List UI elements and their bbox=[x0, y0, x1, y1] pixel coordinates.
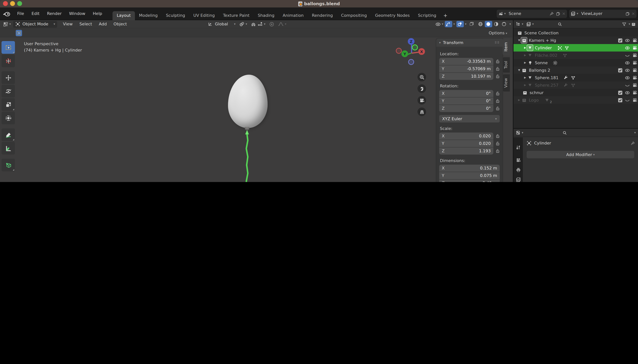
close-window-button[interactable] bbox=[3, 1, 8, 6]
add-modifier-button[interactable]: Add Modifier▾ bbox=[527, 151, 634, 158]
outliner-row-scene-collection[interactable]: Scene Collection bbox=[514, 29, 638, 36]
viewlayer-selector[interactable]: ▾ ViewLayer × bbox=[569, 10, 636, 18]
dimensions-x-field[interactable]: X0.152 m bbox=[439, 165, 500, 172]
tab-layout[interactable]: Layout bbox=[113, 11, 135, 20]
outliner-row-sonne[interactable]: ▶ Sonne bbox=[514, 59, 638, 66]
gizmos-dropdown-icon[interactable]: ▾ bbox=[453, 22, 455, 26]
outliner-search-icon[interactable] bbox=[558, 22, 562, 26]
location-x-field[interactable]: X-0.33563 m bbox=[439, 58, 493, 65]
npanel-tab-item[interactable]: Item bbox=[503, 38, 510, 55]
display-mode-icon[interactable] bbox=[526, 22, 531, 26]
outliner-row-sphere-181[interactable]: ▶ Sphere.181 bbox=[514, 74, 638, 82]
outliner-row-sphere-257[interactable]: ▶ Sphere.257 bbox=[514, 82, 638, 89]
snap-controls[interactable]: ▾ bbox=[251, 22, 265, 27]
dimensions-z-field[interactable]: Z2.49 m bbox=[439, 180, 500, 182]
lock-rotation-z-icon[interactable] bbox=[496, 105, 500, 112]
rotation-y-field[interactable]: Y0° bbox=[439, 98, 493, 104]
zoom-button[interactable] bbox=[417, 73, 426, 82]
shading-solid-button[interactable] bbox=[485, 21, 492, 27]
tool-annotate[interactable] bbox=[2, 128, 15, 141]
tool-scale[interactable] bbox=[2, 98, 15, 111]
lock-location-z-icon[interactable] bbox=[496, 73, 500, 80]
properties-editor-icon[interactable] bbox=[516, 130, 521, 135]
scene-name[interactable]: Scene bbox=[506, 11, 524, 16]
active-tool-icon[interactable] bbox=[16, 30, 22, 36]
proportional-editing-icon[interactable] bbox=[269, 22, 274, 27]
menu-help[interactable]: Help bbox=[89, 11, 106, 16]
exclude-checkbox[interactable] bbox=[618, 68, 622, 72]
minimize-window-button[interactable] bbox=[10, 1, 15, 6]
outliner-row-flaeche-002[interactable]: ▶ Fläche.002 bbox=[514, 52, 638, 59]
shading-material-button[interactable] bbox=[493, 21, 500, 27]
lock-location-x-icon[interactable] bbox=[496, 58, 500, 65]
disclosure-icon[interactable]: ▶ bbox=[523, 84, 527, 86]
lock-rotation-x-icon[interactable] bbox=[496, 90, 500, 97]
pivot-point-selector[interactable]: ▾ bbox=[239, 22, 247, 27]
camera-view-button[interactable] bbox=[417, 96, 426, 104]
pin-icon[interactable] bbox=[549, 12, 554, 16]
remove-viewlayer-icon[interactable]: × bbox=[632, 11, 635, 16]
breadcrumb-object-name[interactable]: Cylinder bbox=[534, 141, 551, 146]
lock-scale-x-icon[interactable] bbox=[496, 132, 500, 140]
render-visibility-icon[interactable] bbox=[632, 90, 637, 95]
perspective-ortho-button[interactable] bbox=[417, 108, 426, 116]
gizmo-axis-y[interactable]: Y bbox=[401, 50, 408, 57]
location-y-field[interactable]: Y-0.57069 m bbox=[439, 65, 493, 72]
gizmo-axis-x-neg[interactable] bbox=[396, 48, 402, 54]
menu-object[interactable]: Object bbox=[110, 22, 130, 26]
viewlayer-dropdown-icon[interactable]: ▾ bbox=[577, 12, 578, 15]
outliner-row-kamers-hg[interactable]: ▼ Kamers + Hg bbox=[514, 36, 638, 44]
pan-hand-button[interactable] bbox=[417, 84, 426, 93]
properties-tab-output[interactable] bbox=[514, 165, 523, 175]
disclosure-icon[interactable]: ▶ bbox=[523, 61, 527, 64]
lock-location-y-icon[interactable] bbox=[496, 65, 500, 72]
menu-add[interactable]: Add bbox=[96, 22, 110, 26]
scene-selector[interactable]: ▾ Scene × bbox=[497, 10, 567, 18]
hide-eye-icon[interactable] bbox=[625, 75, 630, 80]
render-visibility-icon[interactable] bbox=[632, 75, 637, 80]
navigation-gizmo[interactable]: Z X Y bbox=[395, 37, 430, 72]
hide-eye-icon[interactable] bbox=[625, 90, 630, 95]
rotation-x-field[interactable]: X0° bbox=[439, 90, 493, 97]
zoom-window-button[interactable] bbox=[17, 1, 22, 6]
gizmo-axis-z[interactable]: Z bbox=[408, 38, 414, 45]
tool-transform[interactable] bbox=[2, 112, 15, 124]
menu-render[interactable]: Render bbox=[43, 11, 65, 16]
balloon-string-object[interactable] bbox=[243, 129, 251, 182]
exclude-checkbox[interactable] bbox=[618, 90, 622, 95]
balloon-object[interactable] bbox=[228, 75, 268, 128]
hide-eye-icon[interactable] bbox=[625, 38, 630, 43]
tab-scripting[interactable]: Scripting bbox=[414, 11, 441, 20]
dimensions-y-field[interactable]: Y0.075 m bbox=[439, 172, 500, 179]
properties-tab-view-layer[interactable] bbox=[514, 175, 523, 182]
npanel-tab-view[interactable]: View bbox=[503, 74, 510, 92]
gizmos-toggle[interactable] bbox=[445, 21, 452, 27]
gizmo-axis-y-neg[interactable] bbox=[412, 44, 418, 50]
scene-dropdown-icon[interactable]: ▾ bbox=[504, 12, 506, 15]
render-visibility-icon[interactable] bbox=[632, 68, 637, 72]
tab-sculpting[interactable]: Sculpting bbox=[162, 11, 189, 20]
lock-scale-z-icon[interactable] bbox=[496, 148, 500, 154]
overlays-toggle[interactable] bbox=[456, 21, 464, 27]
menu-edit[interactable]: Edit bbox=[28, 11, 43, 16]
tool-rotate[interactable] bbox=[2, 85, 15, 98]
lock-rotation-y-icon[interactable] bbox=[496, 98, 500, 104]
disclosure-icon[interactable]: ▶ bbox=[523, 76, 527, 79]
menu-file[interactable]: File bbox=[14, 11, 28, 16]
overlays-dropdown-icon[interactable]: ▾ bbox=[465, 22, 467, 26]
tool-add-cube[interactable] bbox=[2, 159, 15, 171]
properties-tab-tool[interactable] bbox=[514, 142, 523, 152]
scale-y-field[interactable]: Y0.020 bbox=[439, 140, 493, 147]
hide-eye-icon[interactable] bbox=[625, 45, 630, 50]
disclosure-icon[interactable]: ▼ bbox=[517, 39, 521, 42]
xray-toggle[interactable] bbox=[468, 21, 475, 27]
gizmo-axis-x[interactable]: X bbox=[418, 48, 425, 55]
tool-select-box[interactable] bbox=[2, 41, 15, 54]
tab-modeling[interactable]: Modeling bbox=[135, 11, 162, 20]
gizmo-axis-z-neg[interactable] bbox=[408, 59, 414, 65]
unlink-scene-icon[interactable]: × bbox=[562, 11, 565, 16]
disclosure-icon[interactable]: ▶ bbox=[517, 98, 521, 102]
hide-eye-closed-icon[interactable] bbox=[625, 83, 630, 88]
tab-uv-editing[interactable]: UV Editing bbox=[189, 11, 219, 20]
shading-wireframe-button[interactable] bbox=[477, 21, 484, 27]
